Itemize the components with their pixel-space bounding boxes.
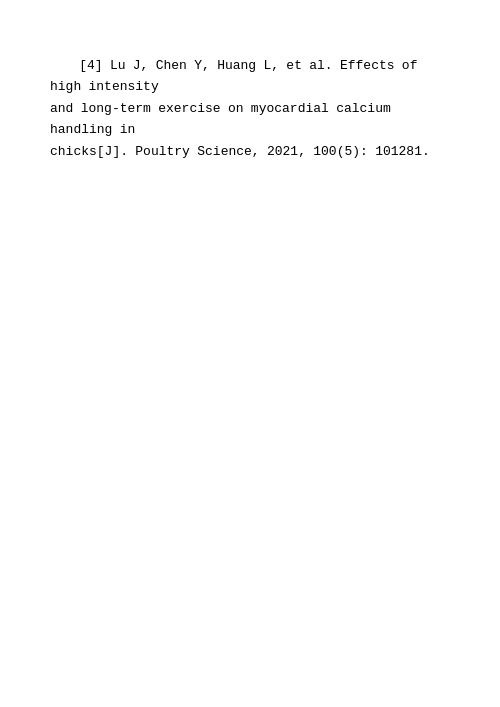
page: [4] Lu J, Chen Y, Huang L, et al. Effect… bbox=[0, 0, 500, 707]
reference-block: [4] Lu J, Chen Y, Huang L, et al. Effect… bbox=[50, 55, 450, 162]
reference-text: [4] Lu J, Chen Y, Huang L, et al. Effect… bbox=[50, 55, 450, 162]
